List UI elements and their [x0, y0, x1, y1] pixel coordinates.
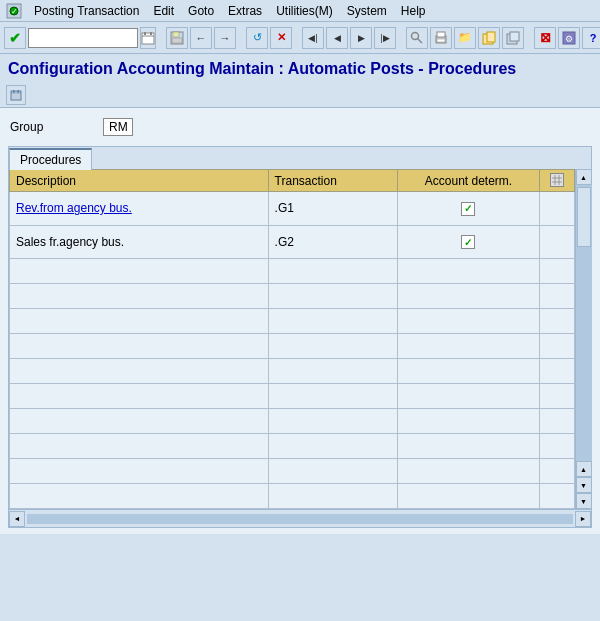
scroll-pageup-button[interactable]: ▲: [576, 461, 592, 477]
row1-description[interactable]: Rev.from agency bus.: [10, 192, 269, 226]
folder-button[interactable]: 📁: [454, 27, 476, 49]
refresh-button[interactable]: ↺: [246, 27, 268, 49]
nav-prev-button[interactable]: ◀: [326, 27, 348, 49]
export-button[interactable]: [478, 27, 500, 49]
empty-row: [10, 434, 575, 459]
print-button[interactable]: [430, 27, 452, 49]
scrollbar-horizontal: ◄ ►: [9, 509, 591, 527]
scroll-right-button[interactable]: ►: [575, 511, 591, 527]
tab-procedures[interactable]: Procedures: [9, 148, 92, 170]
menu-system[interactable]: System: [341, 2, 393, 20]
svg-rect-16: [487, 32, 495, 42]
col-description: Description: [10, 170, 269, 192]
empty-row: [10, 259, 575, 284]
green-check-button[interactable]: ✔: [4, 27, 26, 49]
menu-edit[interactable]: Edit: [147, 2, 180, 20]
toolbar-check: ✔: [4, 27, 26, 49]
svg-text:⚙: ⚙: [565, 34, 573, 44]
row2-account-determ: ✓: [397, 225, 539, 259]
row2-checkbox: ✓: [461, 235, 475, 249]
svg-rect-3: [142, 33, 154, 44]
row1-checkbox: ✓: [461, 202, 475, 216]
svg-rect-13: [437, 32, 445, 37]
menu-utilities[interactable]: Utilities(M): [270, 2, 339, 20]
nav-first-button[interactable]: ◀|: [302, 27, 324, 49]
svg-rect-23: [13, 90, 15, 93]
menu-bar: ✓ Posting Transaction Edit Goto Extras U…: [0, 0, 600, 22]
content-area: Group RM Procedures Description Transact…: [0, 108, 600, 534]
svg-rect-5: [144, 32, 146, 35]
help-button[interactable]: ?: [582, 27, 600, 49]
calendar-button[interactable]: [140, 27, 156, 49]
scrollbar-h-track[interactable]: [27, 514, 573, 524]
svg-rect-6: [150, 32, 152, 35]
svg-point-10: [412, 32, 419, 39]
sub-toolbar-button[interactable]: [6, 85, 26, 105]
procedures-table: Description Transaction Account determ.: [9, 169, 575, 509]
row1-transaction: .G1: [268, 192, 397, 226]
empty-row: [10, 334, 575, 359]
col-grid-icon: [540, 170, 575, 192]
svg-rect-9: [172, 38, 182, 43]
table-wrapper: Description Transaction Account determ.: [9, 169, 591, 509]
menu-goto[interactable]: Goto: [182, 2, 220, 20]
empty-row: [10, 309, 575, 334]
find-button[interactable]: [406, 27, 428, 49]
scroll-down-button[interactable]: ▼: [576, 493, 592, 509]
procedures-panel: Procedures Description Transaction Accou…: [8, 146, 592, 528]
scrollbar-track[interactable]: [576, 185, 592, 461]
row2-description: Sales fr.agency bus.: [10, 225, 269, 259]
app-icon: ✓: [4, 1, 24, 21]
scroll-left-button[interactable]: ◄: [9, 511, 25, 527]
svg-rect-14: [437, 39, 445, 42]
svg-rect-21: [11, 91, 21, 100]
row1-account-determ: ✓: [397, 192, 539, 226]
save-button[interactable]: [166, 27, 188, 49]
group-label: Group: [10, 120, 43, 134]
scrollbar-thumb[interactable]: [577, 187, 591, 247]
forward-button[interactable]: →: [214, 27, 236, 49]
scroll-up-button[interactable]: ▲: [576, 169, 592, 185]
row2-check-icon: ✓: [464, 237, 472, 248]
row2-extra: [540, 225, 575, 259]
toolbar: ✔ ← → ↺ ✕ ◀| ◀ ▶ |▶: [0, 22, 600, 54]
menu-help[interactable]: Help: [395, 2, 432, 20]
empty-row: [10, 284, 575, 309]
table-row: Rev.from agency bus. .G1 ✓: [10, 192, 575, 226]
sub-toolbar: [0, 82, 600, 108]
empty-row: [10, 459, 575, 484]
stop-button[interactable]: ✕: [270, 27, 292, 49]
nav-next-button[interactable]: ▶: [350, 27, 372, 49]
title-bar: Configuration Accounting Maintain : Auto…: [0, 54, 600, 82]
row1-extra: [540, 192, 575, 226]
group-value: RM: [103, 118, 133, 136]
toolbar-actions: ↺ ✕: [246, 27, 292, 49]
svg-rect-18: [510, 32, 519, 41]
menu-posting-transaction[interactable]: Posting Transaction: [28, 2, 145, 20]
toolbar-nav2: ◀| ◀ ▶ |▶: [302, 27, 396, 49]
svg-rect-8: [173, 32, 179, 37]
expand-button[interactable]: [502, 27, 524, 49]
command-input[interactable]: [28, 28, 138, 48]
toolbar-extra: 📁: [406, 27, 524, 49]
scroll-pagedown-button[interactable]: ▼: [576, 477, 592, 493]
tab-row: Procedures: [9, 147, 591, 169]
menu-items: Posting Transaction Edit Goto Extras Uti…: [28, 2, 432, 20]
settings-button[interactable]: ⚙: [558, 27, 580, 49]
svg-line-11: [418, 38, 423, 43]
table-header-row: Description Transaction Account determ.: [10, 170, 575, 192]
page-title: Configuration Accounting Maintain : Auto…: [8, 60, 592, 78]
info-button[interactable]: ⊠: [534, 27, 556, 49]
back-button[interactable]: ←: [190, 27, 212, 49]
row2-transaction: .G2: [268, 225, 397, 259]
empty-row: [10, 384, 575, 409]
col-account-determ: Account determ.: [397, 170, 539, 192]
toolbar-right: ⊠ ⚙ ?: [534, 27, 600, 49]
empty-row: [10, 484, 575, 509]
nav-last-button[interactable]: |▶: [374, 27, 396, 49]
svg-text:✓: ✓: [11, 7, 18, 16]
toolbar-nav: ← →: [166, 27, 236, 49]
menu-extras[interactable]: Extras: [222, 2, 268, 20]
scrollbar-vertical: ▲ ▲ ▼ ▼: [575, 169, 591, 509]
svg-rect-24: [18, 90, 20, 93]
